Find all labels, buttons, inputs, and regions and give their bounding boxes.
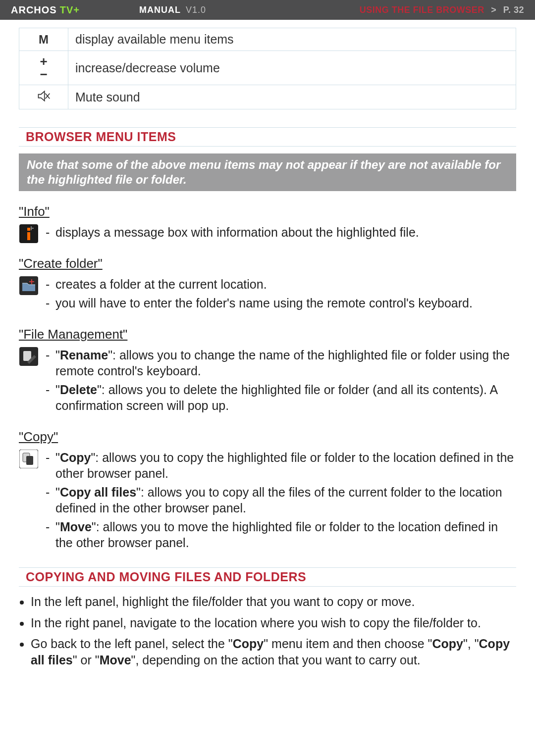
svg-rect-3 [27,228,30,231]
minus-icon: − [26,68,61,81]
key-table: M display available menu items + − incre… [19,28,516,109]
table-row: + − increase/decrease volume [19,51,516,85]
menu-item-file-management: "Rename": allows you to change the name … [19,347,516,416]
menu-item-title-info: "Info" [19,204,516,219]
plus-icon: + [26,55,61,68]
list-item: displays a message box with information … [46,224,516,240]
section-heading-copying: COPYING AND MOVING FILES AND FOLDERS [19,568,516,587]
table-row: M display available menu items [19,28,516,51]
list-item: creates a folder at the current location… [46,276,516,292]
svg-rect-4 [27,232,30,240]
header-bar: ARCHOS TV+ MANUAL V1.0 USING THE FILE BR… [0,0,535,20]
menu-item-file-management-body: "Rename": allows you to change the name … [46,347,516,416]
list-item: "Rename": allows you to change the name … [46,347,516,379]
menu-item-create-folder: creates a folder at the current location… [19,276,516,314]
menu-item-copy: "Copy": allows you to copy the highlight… [19,450,516,554]
menu-item-title-create-folder: "Create folder" [19,256,516,271]
list-item: In the left panel, highlight the file/fo… [31,594,516,610]
menu-item-info: displays a message box with information … [19,224,516,243]
menu-item-create-folder-body: creates a folder at the current location… [46,276,516,314]
note-box: Note that some of the above menu items m… [19,153,516,191]
brand-main: ARCHOS [11,4,57,16]
crumb-page: P. 32 [503,5,524,15]
create-folder-icon [19,276,39,295]
svg-rect-6 [31,226,32,230]
svg-rect-14 [26,456,33,465]
svg-rect-9 [29,281,34,282]
list-item: "Copy all files": allows you to copy all… [46,484,516,516]
menu-item-info-body: displays a message box with information … [46,224,516,243]
manual-version: V1.0 [186,5,206,15]
manual-label-block: MANUAL V1.0 [139,5,206,15]
list-item: "Move": allows you to move the highlight… [46,519,516,551]
brand: ARCHOS TV+ [11,4,80,16]
key-pm-desc: increase/decrease volume [68,51,516,85]
copy-icon [19,450,39,468]
list-item: "Copy": allows you to copy the highlight… [46,450,516,481]
breadcrumb: USING THE FILE BROWSER > P. 32 [360,5,524,15]
menu-item-copy-body: "Copy": allows you to copy the highlight… [46,450,516,554]
table-row: Mute sound [19,85,516,109]
list-item: Go back to the left panel, select the "C… [31,636,516,668]
menu-item-title-file-management: "File Management" [19,327,516,342]
file-management-icon [19,347,39,366]
key-m-desc: display available menu items [68,28,516,51]
list-item: you will have to enter the folder's name… [46,295,516,311]
key-m-icon: M [19,28,68,51]
list-item: "Delete": allows you to delete the highl… [46,382,516,413]
crumb-sep: > [487,5,500,15]
key-plus-minus-icon: + − [19,51,68,85]
key-mute-icon [19,85,68,109]
section-heading-browser-menu: BROWSER MENU ITEMS [19,127,516,147]
menu-item-title-copy: "Copy" [19,429,516,445]
info-icon [19,224,39,243]
crumb-title: USING THE FILE BROWSER [360,5,484,15]
manual-label: MANUAL [139,5,181,15]
brand-sub: TV+ [60,4,80,16]
key-mute-desc: Mute sound [68,85,516,109]
steps-list: In the left panel, highlight the file/fo… [19,594,516,668]
mute-speaker-icon [37,89,51,103]
list-item: In the right panel, navigate to the loca… [31,615,516,631]
